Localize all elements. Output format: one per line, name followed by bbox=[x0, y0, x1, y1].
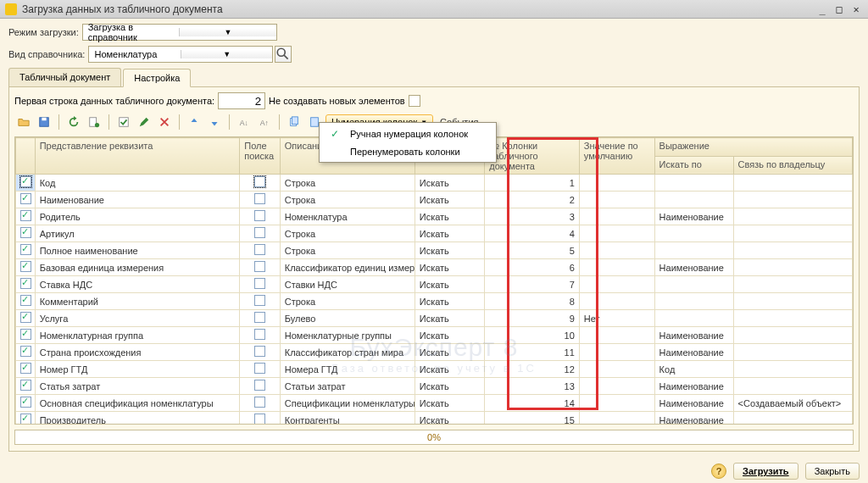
separator bbox=[229, 114, 230, 130]
copy-icon[interactable] bbox=[285, 113, 303, 131]
menu-manual[interactable]: ✓ Ручная нумерация колонок bbox=[321, 125, 494, 143]
table-row[interactable]: Основная спецификация номенклатурыСпециф… bbox=[16, 395, 853, 412]
cell-sv bbox=[733, 378, 852, 395]
numbering-menu[interactable]: ✓ Ручная нумерация колонок Перенумероват… bbox=[319, 122, 497, 163]
pole-checkbox[interactable] bbox=[254, 397, 265, 408]
edit-icon[interactable] bbox=[85, 113, 103, 131]
pole-checkbox[interactable] bbox=[254, 346, 265, 357]
col-check[interactable] bbox=[16, 138, 36, 175]
sort-desc-icon[interactable]: A↑ bbox=[255, 113, 274, 131]
cell-num: 6 bbox=[485, 259, 580, 276]
pole-checkbox[interactable] bbox=[254, 193, 265, 204]
pole-checkbox[interactable] bbox=[254, 244, 265, 255]
table-row[interactable]: Базовая единица измеренияКлассификатор е… bbox=[16, 259, 853, 276]
pole-checkbox[interactable] bbox=[254, 363, 265, 374]
chevron-down-icon[interactable]: ▼ bbox=[181, 50, 273, 58]
cell-def bbox=[579, 327, 654, 344]
col-rep[interactable]: Представление реквизита bbox=[35, 138, 240, 175]
pole-checkbox[interactable] bbox=[254, 380, 265, 391]
row-checkbox[interactable] bbox=[20, 295, 31, 306]
pole-checkbox[interactable] bbox=[254, 295, 265, 306]
table-row[interactable]: Статья затратСтатьи затратИскать13Наимен… bbox=[16, 378, 853, 395]
pencil-icon[interactable] bbox=[135, 113, 153, 131]
minimize-button[interactable]: _ bbox=[815, 3, 829, 15]
tab-document[interactable]: Табличный документ bbox=[8, 68, 121, 86]
pole-checkbox[interactable] bbox=[254, 414, 265, 425]
table-row[interactable]: Страна происхожденияКлассификатор стран … bbox=[16, 344, 853, 361]
grid[interactable]: Представление реквизита Поле поиска Опис… bbox=[14, 136, 854, 425]
cell-rez: Искать bbox=[415, 395, 485, 412]
separator bbox=[108, 114, 109, 130]
row-checkbox[interactable] bbox=[20, 193, 31, 204]
close-button-footer[interactable]: Закрыть bbox=[805, 463, 860, 480]
table-row[interactable]: АртикулСтрокаИскать4 bbox=[16, 225, 853, 242]
cell-desc: Ставки НДС bbox=[280, 276, 415, 293]
row-checkbox[interactable] bbox=[20, 380, 31, 391]
delete-icon[interactable] bbox=[155, 113, 174, 131]
pole-checkbox[interactable] bbox=[254, 210, 265, 221]
table-row[interactable]: КодСтрокаИскать1 bbox=[16, 175, 853, 192]
ref-combo[interactable]: Номенклатура ▼ bbox=[88, 46, 273, 63]
row-checkbox[interactable] bbox=[20, 278, 31, 289]
row-checkbox[interactable] bbox=[20, 244, 31, 255]
row-checkbox[interactable] bbox=[20, 363, 31, 374]
col-pole[interactable]: Поле поиска bbox=[240, 138, 280, 175]
close-button[interactable]: ✕ bbox=[849, 3, 863, 15]
refresh-icon[interactable] bbox=[64, 113, 83, 131]
help-icon[interactable]: ? bbox=[711, 464, 726, 479]
row-checkbox[interactable] bbox=[20, 312, 31, 323]
cell-num: 5 bbox=[485, 242, 580, 259]
maximize-button[interactable]: □ bbox=[832, 3, 846, 15]
row-checkbox[interactable] bbox=[20, 261, 31, 272]
row-checkbox[interactable] bbox=[20, 210, 31, 221]
mode-combo[interactable]: Загрузка в справочник ▼ bbox=[82, 24, 277, 41]
menu-renumber[interactable]: Перенумеровать колонки bbox=[321, 143, 494, 160]
table-row[interactable]: Полное наименованиеСтрокаИскать5 bbox=[16, 242, 853, 259]
open-icon[interactable] bbox=[14, 113, 33, 131]
chevron-down-icon[interactable]: ▼ bbox=[179, 28, 276, 36]
cell-def bbox=[579, 293, 654, 310]
col-num[interactable]: № Колонки табличного документа bbox=[485, 138, 580, 175]
row-checkbox[interactable] bbox=[20, 397, 31, 408]
first-row-input[interactable] bbox=[218, 92, 265, 109]
cell-isk bbox=[654, 175, 733, 192]
move-down-icon[interactable] bbox=[205, 113, 224, 131]
table-row[interactable]: УслугаБулевоИскать9Нет bbox=[16, 310, 853, 327]
table-row[interactable]: НаименованиеСтрокаИскать2 bbox=[16, 192, 853, 208]
row-checkbox[interactable] bbox=[20, 346, 31, 357]
col-expr[interactable]: Выражение bbox=[654, 138, 852, 157]
save-icon[interactable] bbox=[35, 113, 53, 131]
col-def[interactable]: Значение по умолчанию bbox=[579, 138, 654, 175]
row-checkbox[interactable] bbox=[20, 227, 31, 238]
cell-num: 13 bbox=[485, 378, 580, 395]
cell-def: Нет bbox=[579, 310, 654, 327]
pole-checkbox[interactable] bbox=[254, 329, 265, 340]
cell-def bbox=[579, 225, 654, 242]
cell-isk bbox=[654, 192, 733, 208]
table-row[interactable]: Номенклатурная группаНоменклатурные груп… bbox=[16, 327, 853, 344]
row-checkbox[interactable] bbox=[20, 414, 31, 425]
tab-settings[interactable]: Настройка bbox=[123, 69, 191, 87]
col-sv[interactable]: Связь по владельцу bbox=[733, 156, 852, 175]
table-row[interactable]: Номер ГТДНомера ГТДИскать12Код bbox=[16, 361, 853, 378]
pole-checkbox[interactable] bbox=[254, 227, 265, 238]
table-row[interactable]: КомментарийСтрокаИскать8 bbox=[16, 293, 853, 310]
pole-checkbox[interactable] bbox=[254, 261, 265, 272]
col-isk[interactable]: Искать по bbox=[654, 156, 733, 175]
svg-rect-10 bbox=[292, 117, 298, 125]
no-create-checkbox[interactable] bbox=[409, 95, 420, 107]
row-checkbox[interactable] bbox=[20, 329, 31, 340]
move-up-icon[interactable] bbox=[185, 113, 203, 131]
sort-asc-icon[interactable]: A↓ bbox=[235, 113, 253, 131]
load-button[interactable]: Загрузить bbox=[733, 463, 798, 480]
ref-lookup-button[interactable] bbox=[275, 46, 292, 63]
pole-checkbox[interactable] bbox=[254, 176, 265, 187]
table-row[interactable]: РодительНоменклатураИскать3Наименование bbox=[16, 208, 853, 225]
row-checkbox[interactable] bbox=[20, 176, 31, 187]
table-row[interactable]: Ставка НДССтавки НДСИскать7 bbox=[16, 276, 853, 293]
cell-def bbox=[579, 208, 654, 225]
check-icon[interactable] bbox=[114, 113, 133, 131]
table-row[interactable]: ПроизводительКонтрагентыИскать15Наименов… bbox=[16, 412, 853, 425]
pole-checkbox[interactable] bbox=[254, 312, 265, 323]
pole-checkbox[interactable] bbox=[254, 278, 265, 289]
